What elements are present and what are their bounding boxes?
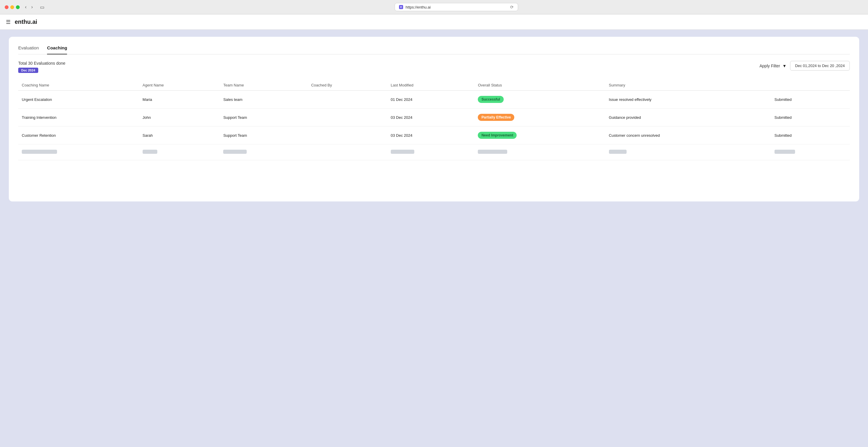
table-row[interactable]: Customer Retention Sarah Support Team 03… [18, 126, 850, 144]
cell-action: Submitted [771, 109, 850, 126]
cell-agent-name: Sarah [139, 126, 220, 144]
table-row[interactable]: Training Intervention John Support Team … [18, 109, 850, 126]
table-header: Coaching Name Agent Name Team Name Coach… [18, 80, 850, 91]
cell-summary: Customer concern unresolved [606, 126, 771, 144]
col-agent-name: Agent Name [139, 80, 220, 91]
status-badge-need-improvement: Need Improvement [478, 132, 517, 139]
cell-summary: Guidance provided [606, 109, 771, 126]
cell-coaching-name: Customer Retention [18, 126, 139, 144]
skeleton-cell-4 [308, 144, 387, 160]
table-header-row: Coaching Name Agent Name Team Name Coach… [18, 80, 850, 91]
cell-agent-name: Maria [139, 91, 220, 109]
tabs-container: Evaluation Coaching [18, 45, 850, 54]
col-coaching-name: Coaching Name [18, 80, 139, 91]
apply-filter-label: Apply Filter [760, 63, 780, 68]
address-bar[interactable]: E https://enthu.ai ⟳ [395, 3, 518, 11]
table-row-skeleton [18, 144, 850, 160]
cell-last-modified: 03 Dec 2024 [387, 109, 474, 126]
forward-button[interactable]: › [29, 4, 34, 10]
minimize-button[interactable] [10, 5, 14, 9]
date-badge: Dec 2024 [18, 68, 38, 73]
app-logo: enthu.ai [15, 19, 37, 25]
filter-left: Total 30 Evaluations done Dec 2024 [18, 61, 65, 73]
url-text: https://enthu.ai [405, 5, 431, 9]
address-bar-container: E https://enthu.ai ⟳ [50, 3, 863, 11]
close-button[interactable] [5, 5, 8, 9]
skeleton-cell-1 [18, 144, 139, 160]
filter-row: Total 30 Evaluations done Dec 2024 Apply… [18, 61, 850, 73]
cell-coaching-name: Training Intervention [18, 109, 139, 126]
col-last-modified: Last Modified [387, 80, 474, 91]
col-coached-by: Coached By [308, 80, 387, 91]
nav-buttons: ‹ › [23, 4, 35, 10]
favicon: E [399, 5, 403, 9]
cell-team-name: Sales team [220, 91, 308, 109]
traffic-lights [5, 5, 20, 9]
back-button[interactable]: ‹ [23, 4, 28, 10]
skeleton-cell-6 [474, 144, 605, 160]
col-team-name: Team Name [220, 80, 308, 91]
status-badge-successful: Successful [478, 96, 503, 103]
cell-overall-status: Partially Effective [474, 109, 605, 126]
fullscreen-button[interactable] [16, 5, 20, 9]
hamburger-menu-button[interactable]: ☰ [6, 19, 10, 25]
col-action [771, 80, 850, 91]
cell-agent-name: John [139, 109, 220, 126]
cell-action: Submitted [771, 91, 850, 109]
filter-icon: ▼ [782, 63, 786, 68]
total-evaluations-label: Total 30 Evaluations done [18, 61, 65, 66]
col-overall-status: Overall Status [474, 80, 605, 91]
skeleton-cell-2 [139, 144, 220, 160]
cell-coached-by [308, 126, 387, 144]
cell-team-name: Support Team [220, 126, 308, 144]
cell-coaching-name: Urgent Escalation [18, 91, 139, 109]
col-summary: Summary [606, 80, 771, 91]
browser-titlebar: ‹ › ▭ E https://enthu.ai ⟳ [0, 0, 868, 14]
cell-summary: Issue resolved effectively [606, 91, 771, 109]
app-header: ☰ enthu.ai [0, 14, 868, 30]
filter-right: Apply Filter ▼ Dec 01,2024 to Dec 20 ,20… [760, 61, 850, 70]
skeleton-cell-3 [220, 144, 308, 160]
main-area: Evaluation Coaching Total 30 Evaluations… [0, 30, 868, 447]
table-body: Urgent Escalation Maria Sales team 01 De… [18, 91, 850, 160]
cell-overall-status: Successful [474, 91, 605, 109]
cell-team-name: Support Team [220, 109, 308, 126]
apply-filter-button[interactable]: Apply Filter ▼ [760, 63, 786, 68]
tab-coaching[interactable]: Coaching [47, 45, 67, 54]
cell-action: Submitted [771, 126, 850, 144]
table-row[interactable]: Urgent Escalation Maria Sales team 01 De… [18, 91, 850, 109]
status-badge-partially-effective: Partially Effective [478, 114, 514, 121]
coaching-table: Coaching Name Agent Name Team Name Coach… [18, 80, 850, 160]
tab-evaluation[interactable]: Evaluation [18, 45, 39, 54]
content-card: Evaluation Coaching Total 30 Evaluations… [9, 37, 859, 202]
cell-coached-by [308, 109, 387, 126]
cell-last-modified: 03 Dec 2024 [387, 126, 474, 144]
browser-chrome: ‹ › ▭ E https://enthu.ai ⟳ [0, 0, 868, 14]
cell-coached-by [308, 91, 387, 109]
cell-overall-status: Need Improvement [474, 126, 605, 144]
skeleton-cell-7 [606, 144, 771, 160]
skeleton-cell-8 [771, 144, 850, 160]
reload-button[interactable]: ⟳ [510, 5, 514, 9]
sidebar-view-button[interactable]: ▭ [38, 4, 46, 10]
skeleton-cell-5 [387, 144, 474, 160]
cell-last-modified: 01 Dec 2024 [387, 91, 474, 109]
date-range-display[interactable]: Dec 01,2024 to Dec 20 ,2024 [790, 61, 850, 70]
